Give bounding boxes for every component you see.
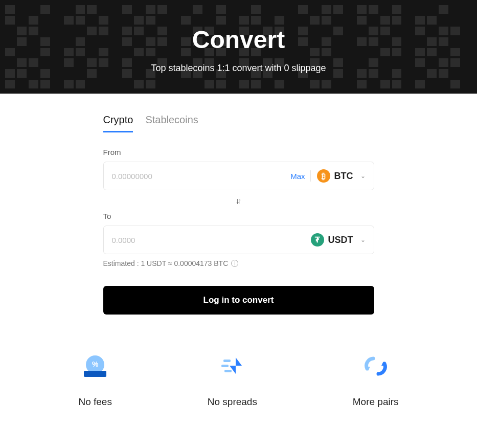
login-convert-button[interactable]: Log in to convert	[103, 286, 374, 315]
more-pairs-icon	[363, 355, 389, 377]
to-coin-symbol: USDT	[328, 235, 353, 245]
tabs: Crypto Stablecoins	[103, 114, 374, 132]
from-coin-select[interactable]: ₿ BTC ⌄	[317, 169, 366, 183]
chevron-down-icon: ⌄	[360, 236, 366, 243]
hero-banner: Convert Top stablecoins 1:1 convert with…	[0, 0, 477, 94]
page-title: Convert	[192, 26, 285, 54]
btc-icon: ₿	[317, 169, 330, 183]
swap-button[interactable]: ↓↑	[236, 196, 242, 206]
page-subtitle: Top stablecoins 1:1 convert with 0 slipp…	[151, 63, 326, 74]
no-fees-icon	[82, 355, 108, 377]
feature-title: No spreads	[208, 396, 257, 408]
tab-stablecoins[interactable]: Stablecoins	[145, 114, 198, 132]
from-amount-input[interactable]	[112, 172, 291, 181]
to-row: ₮ USDT ⌄	[103, 226, 374, 254]
no-spreads-icon	[219, 355, 245, 377]
feature-more-pairs: More pairs	[353, 355, 399, 408]
feature-no-spreads: No spreads	[208, 355, 257, 408]
feature-title: More pairs	[353, 396, 399, 408]
svg-rect-0	[223, 360, 231, 362]
convert-panel: Crypto Stablecoins From Max ₿ BTC ⌄ ↓↑ T…	[103, 94, 374, 315]
estimate-text: Estimated : 1 USDT ≈ 0.00004173 BTC	[103, 259, 229, 267]
info-icon[interactable]: i	[231, 260, 238, 267]
tab-crypto[interactable]: Crypto	[103, 114, 133, 132]
to-amount-input[interactable]	[112, 236, 311, 244]
to-label: To	[103, 212, 374, 220]
separator	[310, 170, 311, 182]
svg-rect-1	[221, 365, 229, 367]
to-coin-select[interactable]: ₮ USDT ⌄	[311, 233, 366, 247]
svg-rect-2	[224, 370, 232, 372]
max-button[interactable]: Max	[290, 172, 305, 181]
from-label: From	[103, 148, 374, 156]
feature-title: No fees	[78, 396, 111, 408]
estimate-row: Estimated : 1 USDT ≈ 0.00004173 BTC i	[103, 259, 374, 267]
from-coin-symbol: BTC	[334, 171, 353, 182]
chevron-down-icon: ⌄	[360, 172, 366, 180]
feature-no-fees: No fees	[78, 355, 111, 408]
features-row: No fees No spreads More pairs	[0, 355, 477, 428]
usdt-icon: ₮	[311, 233, 324, 247]
from-row: Max ₿ BTC ⌄	[103, 162, 374, 190]
